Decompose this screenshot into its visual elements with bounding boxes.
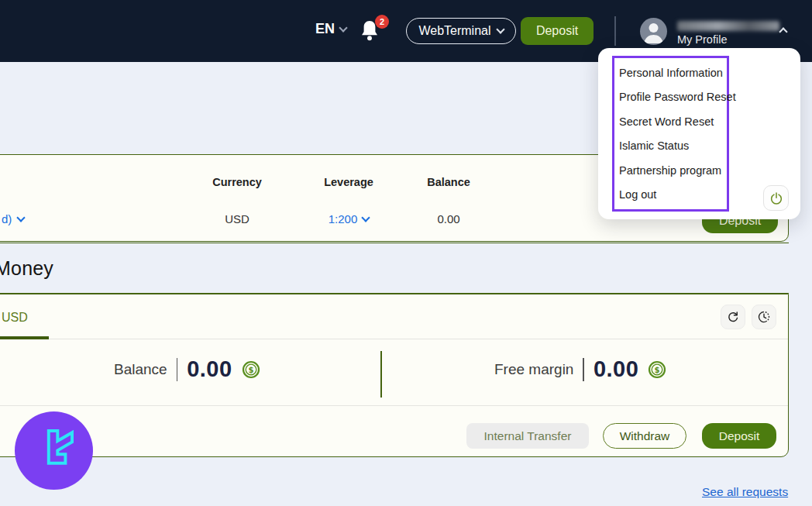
logout-power-button[interactable] <box>763 185 789 211</box>
buttons-row-divider <box>0 405 788 406</box>
money-section-title: Money <box>0 257 53 280</box>
webterminal-label: WebTerminal <box>418 24 490 38</box>
chevron-down-icon <box>339 23 347 32</box>
account-label-text: d) <box>2 212 12 225</box>
money-section-header: Money <box>0 243 789 294</box>
column-header-balance: Balance <box>410 176 487 188</box>
leverage-selector[interactable]: 1:200 <box>310 212 387 225</box>
menu-item-partnership-program[interactable]: Partnership program <box>619 164 727 177</box>
free-margin-label: Free margin <box>494 361 573 378</box>
header-deposit-button[interactable]: Deposit <box>521 17 594 45</box>
active-tab-indicator <box>0 336 49 339</box>
free-margin-amount: 0.00 <box>594 356 638 382</box>
withdraw-button[interactable]: Withdraw <box>603 423 686 449</box>
litefinance-logo-icon <box>26 423 82 479</box>
header-divider <box>614 16 616 46</box>
refresh-icon <box>726 310 740 324</box>
balance-amount: 0.00 <box>187 356 232 382</box>
balance-metric: Balance 0.00 $ <box>114 356 260 382</box>
my-profile-link[interactable]: My Profile <box>677 33 727 46</box>
tab-usd[interactable]: USD <box>2 311 28 325</box>
balance-value: 0.00 <box>410 212 487 225</box>
chevron-down-icon <box>362 213 370 222</box>
language-label: EN <box>315 21 335 37</box>
coin-icon: $ <box>242 360 260 379</box>
free-margin-metric: Free margin 0.00 $ <box>494 356 666 382</box>
profile-dropdown-menu: Personal Information Profile Password Re… <box>598 48 800 219</box>
notifications-button[interactable]: 2 <box>358 19 386 46</box>
column-header-currency: Currency <box>198 176 276 188</box>
chevron-down-icon <box>496 25 504 33</box>
money-card: USD Balance 0.00 $ <box>0 294 789 457</box>
person-icon <box>640 18 667 45</box>
language-selector[interactable]: EN <box>315 21 346 37</box>
column-header-leverage: Leverage <box>310 176 387 188</box>
refresh-button[interactable] <box>721 305 745 329</box>
menu-item-profile-password-reset[interactable]: Profile Password Reset <box>619 91 727 103</box>
account-selector-truncated[interactable]: d) <box>2 212 24 225</box>
chevron-down-icon <box>17 213 26 222</box>
leverage-value: 1:200 <box>329 212 358 225</box>
menu-item-islamic-status[interactable]: Islamic Status <box>619 139 727 152</box>
money-deposit-button[interactable]: Deposit <box>702 423 776 449</box>
currency-tab-strip: USD <box>0 294 788 339</box>
menu-item-secret-word-reset[interactable]: Secret Word Reset <box>619 115 727 128</box>
balance-label: Balance <box>114 361 167 378</box>
history-button[interactable] <box>752 305 776 329</box>
svg-text:$: $ <box>655 365 660 373</box>
avatar[interactable] <box>640 18 667 45</box>
internal-transfer-button[interactable]: Internal Transfer <box>466 423 589 449</box>
metric-separator <box>177 358 178 381</box>
page: EN 2 WebTerminal Deposit My Profile <box>0 0 812 506</box>
menu-item-log-out[interactable]: Log out <box>619 188 727 201</box>
metrics-divider <box>380 351 382 398</box>
chevron-up-icon[interactable] <box>779 27 787 36</box>
metric-separator <box>583 358 584 381</box>
notification-badge: 2 <box>375 15 389 29</box>
coin-icon: $ <box>648 360 666 379</box>
see-all-requests-link[interactable]: See all requests <box>702 485 788 499</box>
clock-history-icon <box>757 310 771 324</box>
brand-logo[interactable] <box>15 411 93 490</box>
svg-text:$: $ <box>248 365 253 373</box>
menu-item-personal-information[interactable]: Personal Information <box>619 67 727 79</box>
power-icon <box>769 191 783 205</box>
currency-value: USD <box>198 212 276 225</box>
webterminal-button[interactable]: WebTerminal <box>406 18 516 44</box>
profile-menu-highlight-box: Personal Information Profile Password Re… <box>612 56 729 212</box>
username-redacted <box>677 21 779 31</box>
